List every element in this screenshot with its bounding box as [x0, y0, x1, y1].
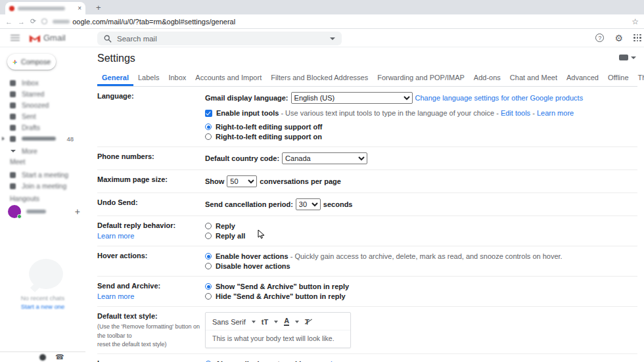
browser-window: × + ← → ⟳ oogle.com/mail/u/0/?tab=rm&ogb… — [0, 0, 644, 362]
tab-labels[interactable]: Labels — [133, 70, 164, 86]
presence-dot — [17, 214, 22, 219]
input-tools-learn-more-link[interactable]: Learn more — [537, 109, 574, 117]
reply-radio[interactable] — [205, 223, 212, 229]
unread-count: 48 — [66, 135, 74, 143]
sidebar-item-start-meeting[interactable]: Start a meeting — [0, 170, 79, 180]
hide-send-archive-radio[interactable] — [205, 293, 212, 300]
search-options-icon[interactable] — [330, 37, 335, 40]
reply-learn-more-link[interactable]: Learn more — [97, 232, 134, 240]
input-tools-indicator[interactable] — [619, 55, 636, 60]
text-style-editor: Sans Serif tT A T This is what your body… — [205, 312, 351, 348]
site-info-icon[interactable] — [41, 18, 47, 24]
hangouts-profile-row[interactable]: + — [0, 205, 85, 221]
search-icon — [104, 35, 112, 43]
main-menu-icon[interactable] — [11, 35, 20, 41]
reload-icon[interactable]: ⟳ — [30, 17, 36, 26]
settings-row-default-reply: Default reply behavior: Learn more Reply… — [97, 216, 637, 246]
rtl-off-radio[interactable] — [205, 124, 212, 130]
sidebar-item-inbox[interactable]: Inbox — [0, 78, 79, 88]
sidebar-item-more[interactable]: More — [0, 146, 79, 156]
tab-themes[interactable]: Themes — [633, 70, 644, 86]
settings-row-phone-numbers: Phone numbers: Default country code: Can… — [97, 147, 637, 170]
cancellation-period-select[interactable]: 30 — [296, 198, 321, 210]
tab-general[interactable]: General — [97, 70, 133, 86]
tab-accounts-and-import[interactable]: Accounts and Import — [191, 70, 266, 86]
display-language-select[interactable]: English (US) — [291, 92, 413, 104]
header-actions: ? ⚙ — [595, 34, 644, 43]
tab-close-icon[interactable]: × — [78, 5, 81, 12]
empty-chat-ghost-icon — [29, 259, 63, 289]
sidebar-item-sent[interactable]: Sent — [0, 111, 79, 122]
new-conversation-button[interactable]: + — [75, 206, 80, 217]
bookmark-star-icon[interactable]: ☆ — [632, 17, 639, 26]
tab-chat-and-meet[interactable]: Chat and Meet — [505, 70, 562, 86]
hangouts-footer-bar: ☎ — [0, 351, 85, 362]
sidebar-item-account-label[interactable]: 48 — [0, 133, 79, 144]
inbox-icon — [10, 80, 16, 86]
reply-all-radio[interactable] — [205, 233, 212, 239]
star-icon — [10, 91, 16, 97]
compose-button[interactable]: Compose — [7, 54, 56, 70]
phone-icon[interactable]: ☎ — [55, 353, 64, 361]
images-learn-more-link[interactable]: Learn more — [331, 360, 367, 362]
chevron-down-icon[interactable] — [252, 321, 256, 323]
account-label-blurred — [22, 137, 56, 141]
tab-offline[interactable]: Offline — [603, 70, 633, 86]
sidebar-item-drafts[interactable]: Drafts — [0, 122, 79, 133]
search-input[interactable] — [117, 35, 314, 43]
settings-row-language: Language: Gmail display language: Englis… — [97, 87, 637, 147]
google-apps-icon[interactable] — [633, 34, 641, 42]
sidebar-item-starred[interactable]: Starred — [0, 89, 79, 99]
keyboard-icon — [619, 55, 628, 60]
chevron-down-icon[interactable] — [274, 321, 278, 323]
edit-tools-link[interactable]: Edit tools — [501, 109, 530, 117]
draft-icon — [10, 125, 16, 131]
show-send-archive-radio[interactable] — [205, 283, 212, 290]
font-family-select[interactable]: Sans Serif — [212, 318, 246, 326]
profile-name-blurred — [26, 210, 46, 214]
send-archive-learn-more-link[interactable]: Learn more — [97, 292, 134, 300]
rtl-on-radio[interactable] — [205, 133, 212, 140]
change-language-link[interactable]: Change language settings for other Googl… — [415, 94, 584, 102]
page-title: Settings — [97, 47, 644, 66]
browser-urlbar: ← → ⟳ oogle.com/mail/u/0/?tab=rm&ogbl#se… — [0, 14, 644, 29]
text-style-sample: This is what your body text will look li… — [206, 330, 350, 348]
page-size-select[interactable]: 50 — [227, 175, 257, 187]
gmail-sidebar: Compose Inbox Starred Snoozed Sent Draft… — [0, 47, 85, 362]
gmail-logo[interactable]: Gmail — [29, 33, 66, 43]
url-text[interactable]: oogle.com/mail/u/0/?tab=rm&ogbl#settings… — [72, 18, 235, 26]
help-icon[interactable]: ? — [595, 34, 604, 42]
sidebar-item-join-meeting[interactable]: Join a meeting — [0, 181, 79, 191]
forward-icon[interactable]: → — [18, 18, 25, 26]
row-label: Hover actions: — [97, 252, 205, 260]
enable-hover-radio[interactable] — [205, 253, 212, 260]
font-size-icon[interactable]: tT — [262, 318, 268, 326]
url-blurred-prefix — [53, 20, 70, 24]
gmail-logo-text: Gmail — [43, 33, 66, 43]
country-code-select[interactable]: Canada — [282, 152, 367, 164]
start-new-chat-link[interactable]: Start a new one — [0, 303, 85, 310]
tab-advanced[interactable]: Advanced — [562, 70, 603, 86]
person-status-icon[interactable] — [39, 354, 46, 361]
text-color-icon[interactable]: A — [284, 317, 289, 326]
settings-main: Settings General Labels Inbox Accounts a… — [97, 47, 644, 362]
chevron-down-icon[interactable] — [295, 321, 299, 323]
sidebar-item-snoozed[interactable]: Snoozed — [0, 100, 79, 110]
tab-forwarding-and-pop-imap[interactable]: Forwarding and POP/IMAP — [373, 70, 469, 86]
chevron-down-icon — [631, 57, 636, 59]
settings-row-undo-send: Undo Send: Send cancellation period: 30 … — [97, 193, 637, 216]
search-bar[interactable] — [97, 32, 342, 45]
settings-row-default-text-style: Default text style: (Use the 'Remove for… — [97, 307, 637, 354]
tab-filters-and-blocked-addresses[interactable]: Filters and Blocked Addresses — [266, 70, 373, 86]
new-tab-button[interactable]: + — [92, 1, 105, 14]
tab-inbox[interactable]: Inbox — [164, 70, 191, 86]
enable-input-tools-checkbox[interactable] — [205, 110, 212, 117]
remove-formatting-icon[interactable]: T — [305, 318, 310, 326]
tab-favicon-icon — [9, 6, 14, 11]
gmail-header: Gmail ? ⚙ — [0, 29, 644, 47]
tab-add-ons[interactable]: Add-ons — [469, 70, 505, 86]
back-icon[interactable]: ← — [5, 18, 12, 26]
settings-gear-icon[interactable]: ⚙ — [614, 34, 623, 43]
browser-tab[interactable]: × — [5, 2, 85, 14]
disable-hover-radio[interactable] — [205, 263, 212, 269]
